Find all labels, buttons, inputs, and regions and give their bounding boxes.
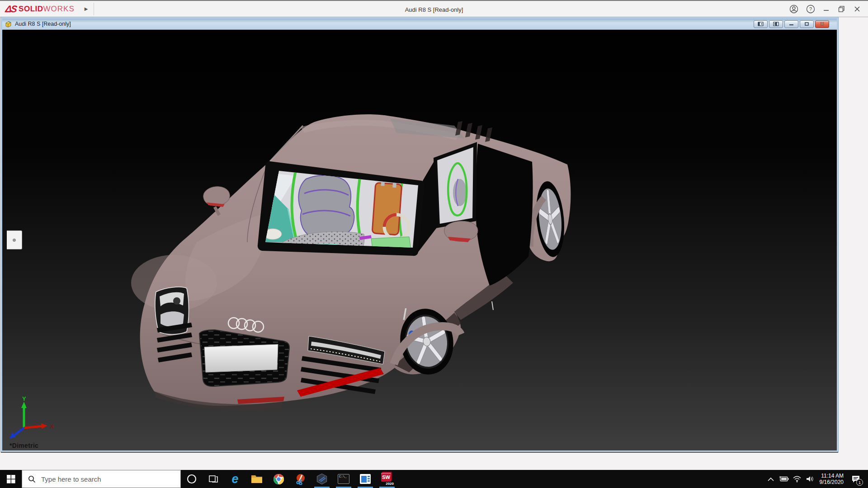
window-app-icon: [359, 474, 371, 484]
account-icon[interactable]: [789, 5, 798, 14]
solidworks-taskbar-button[interactable]: SW 2020: [376, 470, 398, 488]
close-button[interactable]: [854, 5, 861, 13]
restore-button[interactable]: [838, 5, 846, 13]
command-prompt-button[interactable]: C:\_: [333, 470, 354, 488]
file-explorer-button[interactable]: [246, 470, 268, 488]
pane-left-button[interactable]: [754, 20, 768, 28]
search-icon: [28, 475, 36, 483]
command-prompt-icon: C:\_: [338, 474, 349, 484]
part-document-icon: [5, 20, 12, 28]
doc-close-button[interactable]: [815, 20, 829, 28]
clock-date: 9/16/2020: [818, 479, 844, 485]
file-explorer-icon: [251, 474, 263, 484]
solidworks-logo[interactable]: ΔS SOLID WORKS: [0, 1, 78, 17]
triad-y-label: Y: [22, 395, 26, 402]
system-tray: 11:14 AM 9/16/2020 1: [764, 470, 868, 488]
windows-logo-icon: [7, 475, 15, 483]
network-status[interactable]: [790, 470, 803, 488]
minimize-button[interactable]: [823, 5, 830, 13]
taskbar-clock[interactable]: 11:14 AM 9/16/2020: [816, 473, 846, 485]
dassault-mark-icon: ΔS: [5, 4, 17, 14]
brand-works-text: WORKS: [43, 5, 75, 14]
doc-restore-button[interactable]: [800, 20, 814, 28]
taskbar: Type here to search e: [0, 470, 868, 488]
window-app-button[interactable]: [354, 470, 376, 488]
speaker-icon: [806, 475, 815, 483]
featuremanager-flyout-tab[interactable]: [7, 230, 22, 249]
snip-tool-icon: [295, 474, 306, 485]
cortana-button[interactable]: [181, 470, 203, 488]
menu-flyout-arrow-icon[interactable]: ▶: [85, 6, 88, 11]
document-window: Audi R8 S [Read-only]: [1, 17, 838, 452]
notification-badge: 1: [856, 479, 863, 486]
hidden-icons-button[interactable]: [764, 470, 777, 488]
svg-text:?: ?: [809, 6, 812, 12]
hexagon-app-icon: [316, 473, 328, 485]
wifi-icon: [793, 476, 802, 483]
edge-button[interactable]: e: [224, 470, 246, 488]
panel-highlight: [492, 301, 493, 310]
center-panel-orange: [372, 180, 402, 235]
chrome-icon: [273, 474, 284, 485]
search-placeholder: Type here to search: [41, 475, 101, 483]
snip-tool-button[interactable]: [289, 470, 311, 488]
start-button[interactable]: [0, 470, 22, 488]
app-window-title: Audi R8 S [Read-only]: [0, 1, 868, 18]
chevron-up-icon: [768, 477, 774, 481]
solidworks-2020-icon: SW 2020: [380, 472, 394, 486]
battery-status[interactable]: [777, 470, 790, 488]
doc-minimize-button[interactable]: [784, 20, 798, 28]
audi-r8-model[interactable]: [2, 30, 837, 450]
task-view-icon: [208, 474, 218, 484]
cad-viewer-button[interactable]: [311, 470, 333, 488]
driver-seat: [298, 175, 354, 239]
clock-time: 11:14 AM: [818, 473, 844, 479]
triad-x-label: X: [50, 423, 54, 430]
battery-icon: [779, 476, 789, 482]
chrome-button[interactable]: [268, 470, 289, 488]
pane-right-button[interactable]: [769, 20, 783, 28]
view-orientation-label: *Dimetric: [9, 442, 38, 449]
document-title: Audi R8 S [Read-only]: [15, 21, 71, 27]
titlebar-separator: [94, 3, 94, 15]
license-plate: [204, 344, 278, 372]
task-view-button[interactable]: [203, 470, 224, 488]
screen: ΔS SOLID WORKS ▶ Audi R8 S [Read-only] ?: [0, 0, 868, 488]
action-center-button[interactable]: 1: [846, 470, 865, 488]
edge-icon: e: [231, 473, 238, 485]
flyout-dot-icon: [13, 239, 16, 242]
brand-solid-text: SOLID: [19, 5, 43, 14]
help-icon[interactable]: ?: [806, 5, 815, 14]
viewport-3d[interactable]: Y X *Dimetric: [2, 30, 837, 450]
app-titlebar: ΔS SOLID WORKS ▶ Audi R8 S [Read-only] ?: [0, 0, 868, 17]
cortana-icon: [186, 474, 197, 484]
document-titlebar[interactable]: Audi R8 S [Read-only]: [2, 19, 837, 30]
volume-status[interactable]: [803, 470, 816, 488]
orientation-triad: Y X: [7, 393, 57, 442]
sideblade-black: [476, 144, 533, 286]
search-input[interactable]: Type here to search: [22, 470, 181, 488]
